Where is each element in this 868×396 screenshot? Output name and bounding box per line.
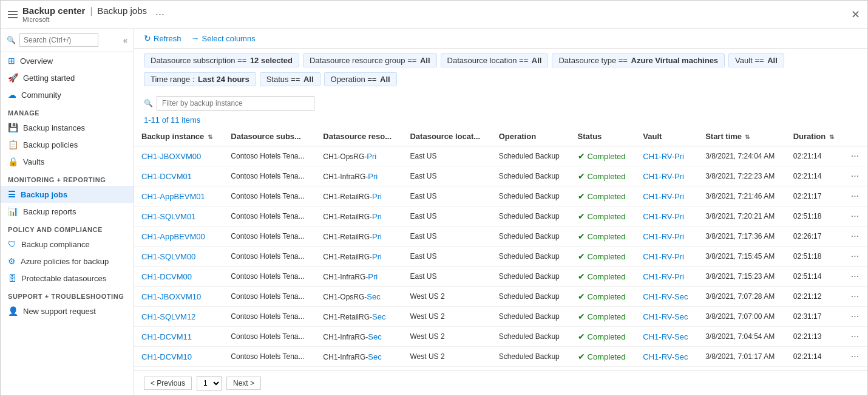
backup-instance-link[interactable]: CH1-SQLVM01 xyxy=(141,212,195,221)
backup-instance-link[interactable]: CH1-DCVM00 xyxy=(141,272,192,281)
refresh-label: Refresh xyxy=(154,34,181,43)
sidebar-item-new-support-request[interactable]: 👤 New support request xyxy=(1,302,134,319)
collapse-sidebar-button[interactable]: « xyxy=(123,36,127,45)
datasource-subs-cell: Contoso Hotels Tena... xyxy=(223,227,316,247)
sidebar-item-community[interactable]: ☁ Community xyxy=(1,86,134,103)
hamburger-menu[interactable] xyxy=(8,11,18,18)
datasource-reso-cell: CH1-RetailRG-Sec xyxy=(316,307,402,327)
row-actions-cell[interactable]: ··· xyxy=(844,146,867,166)
backup-instance-link[interactable]: CH1-AppBEVM01 xyxy=(141,192,205,201)
datasource-locat-cell: East US xyxy=(402,146,491,166)
monitoring-section-label: Monitoring + reporting xyxy=(1,170,134,186)
vault-link[interactable]: CH1-RV-Sec xyxy=(643,332,688,341)
col-duration[interactable]: Duration ⇅ xyxy=(786,127,844,146)
row-actions-cell[interactable]: ··· xyxy=(844,287,867,307)
sidebar-item-backup-instances[interactable]: 💾 Backup instances xyxy=(1,119,134,136)
datasource-subs-cell: Contoso Hotels Tena... xyxy=(223,247,316,267)
next-button[interactable]: Next > xyxy=(226,377,261,390)
backup-instance-link[interactable]: CH1-DCVM11 xyxy=(141,332,192,341)
search-icon: 🔍 xyxy=(7,36,16,44)
previous-button[interactable]: < Previous xyxy=(144,377,192,390)
filter-chip-datasource-resource-group[interactable]: Datasource resource group == All xyxy=(303,53,437,67)
datasource-subs-cell: Contoso Hotels Tena... xyxy=(223,307,316,327)
table-row: CH1-JBOXVM00Contoso Hotels Tena...CH1-Op… xyxy=(134,146,867,166)
sidebar-item-backup-compliance[interactable]: 🛡 Backup compliance xyxy=(1,236,134,253)
backup-instance-link[interactable]: CH1-DCVM10 xyxy=(141,352,192,361)
search-input[interactable] xyxy=(19,33,98,47)
backup-instance-filter-input[interactable] xyxy=(157,96,314,111)
vaults-icon: 🔒 xyxy=(8,157,18,166)
sidebar-item-azure-policies[interactable]: ⚙ Azure policies for backup xyxy=(1,253,134,270)
sidebar-item-overview[interactable]: ⊞ Overview xyxy=(1,52,134,69)
backup-instance-link[interactable]: CH1-JBOXVM10 xyxy=(141,292,201,301)
row-actions-cell[interactable]: ··· xyxy=(844,307,867,327)
vault-link[interactable]: CH1-RV-Pri xyxy=(643,252,684,261)
vault-link[interactable]: CH1-RV-Pri xyxy=(643,192,684,201)
page-title: Backup jobs xyxy=(97,5,147,16)
backup-instance-link[interactable]: CH1-DCVM01 xyxy=(141,172,192,181)
vault-link[interactable]: CH1-RV-Pri xyxy=(643,212,684,221)
backup-instance-link[interactable]: CH1-AppBEVM00 xyxy=(141,232,205,241)
col-start-time[interactable]: Start time ⇅ xyxy=(698,127,786,146)
sidebar-item-backup-reports[interactable]: 📊 Backup reports xyxy=(1,203,134,220)
backup-instance-link[interactable]: CH1-JBOXVM00 xyxy=(141,152,201,161)
row-actions-cell[interactable]: ··· xyxy=(844,227,867,247)
vault-link[interactable]: CH1-RV-Pri xyxy=(643,152,684,161)
sidebar-item-vaults[interactable]: 🔒 Vaults xyxy=(1,153,134,170)
vault-link[interactable]: CH1-RV-Pri xyxy=(643,272,684,281)
title-bar: Backup center | Backup jobs Microsoft ··… xyxy=(1,1,867,29)
vault-link[interactable]: CH1-RV-Sec xyxy=(643,292,688,301)
status-text: Completed xyxy=(588,192,626,201)
filters-row-2: Time range : Last 24 hours Status == All… xyxy=(134,72,867,91)
filter-chip-datasource-location[interactable]: Datasource location == All xyxy=(441,53,549,67)
row-actions-cell[interactable]: ··· xyxy=(844,207,867,227)
vault-cell: CH1-RV-Sec xyxy=(636,307,698,327)
filter-chip-datasource-type[interactable]: Datasource type == Azure Virtual machine… xyxy=(552,53,725,67)
backup-instance-link[interactable]: CH1-SQLVM00 xyxy=(141,252,195,261)
vault-link[interactable]: CH1-RV-Sec xyxy=(643,312,688,321)
datasource-reso-cell: CH1-OpsRG-Sec xyxy=(316,287,402,307)
filter-chip-operation[interactable]: Operation == All xyxy=(324,72,397,86)
duration-cell: 02:31:17 xyxy=(786,307,844,327)
row-actions-cell[interactable]: ··· xyxy=(844,166,867,186)
col-backup-instance[interactable]: Backup instance ⇅ xyxy=(134,127,223,146)
datasource-subs-cell: Contoso Hotels Tena... xyxy=(223,186,316,207)
table-header-row: Backup instance ⇅ Datasource subs... Dat… xyxy=(134,127,867,146)
row-actions-cell[interactable]: ··· xyxy=(844,267,867,287)
refresh-button[interactable]: ↻ Refresh xyxy=(144,33,181,43)
datasource-subs-cell: Contoso Hotels Tena... xyxy=(223,146,316,166)
close-icon[interactable]: ✕ xyxy=(851,8,860,21)
filter-chip-vault[interactable]: Vault == All xyxy=(728,53,784,67)
sidebar-item-getting-started[interactable]: 🚀 Getting started xyxy=(1,69,134,86)
sidebar: 🔍 « ⊞ Overview 🚀 Getting started ☁ Commu… xyxy=(1,29,134,395)
row-actions-cell[interactable]: ··· xyxy=(844,347,867,367)
row-actions-cell[interactable]: ··· xyxy=(844,327,867,347)
table-row: CH1-SQLVM00Contoso Hotels Tena...CH1-Ret… xyxy=(134,247,867,267)
status-text: Completed xyxy=(588,292,626,301)
vault-link[interactable]: CH1-RV-Sec xyxy=(643,352,688,361)
vault-cell: CH1-RV-Sec xyxy=(636,327,698,347)
sort-icon-duration: ⇅ xyxy=(829,134,834,140)
row-actions-cell[interactable]: ··· xyxy=(844,186,867,207)
datasource-reso-cell: CH1-InfraRG-Sec xyxy=(316,347,402,367)
sidebar-item-backup-policies[interactable]: 📋 Backup policies xyxy=(1,136,134,153)
datasource-subs-cell: Contoso Hotels Tena... xyxy=(223,347,316,367)
filter-chip-time-range[interactable]: Time range : Last 24 hours xyxy=(144,72,256,86)
row-actions-cell[interactable]: ··· xyxy=(844,247,867,267)
search-box-container: 🔍 « xyxy=(1,29,134,52)
datasource-locat-cell: West US 2 xyxy=(402,327,491,347)
dots-menu-icon[interactable]: ··· xyxy=(155,8,164,21)
datasource-reso-cell: CH1-RetailRG-Pri xyxy=(316,247,402,267)
vault-link[interactable]: CH1-RV-Pri xyxy=(643,232,684,241)
filter-chip-status[interactable]: Status == All xyxy=(260,72,320,86)
vault-link[interactable]: CH1-RV-Pri xyxy=(643,172,684,181)
sidebar-item-backup-jobs[interactable]: ☰ Backup jobs xyxy=(1,186,134,203)
page-select[interactable]: 1 xyxy=(197,376,222,391)
sidebar-item-protectable-datasources[interactable]: 🗄 Protectable datasources xyxy=(1,270,134,287)
filter-chip-datasource-subscription[interactable]: Datasource subscription == 12 selected xyxy=(144,53,299,67)
backup-instance-link[interactable]: CH1-SQLVM12 xyxy=(141,312,195,321)
community-icon: ☁ xyxy=(8,90,16,100)
select-columns-button[interactable]: → Select columns xyxy=(191,33,256,43)
start-time-cell: 3/8/2021, 7:01:17 AM xyxy=(698,347,786,367)
vault-cell: CH1-RV-Pri xyxy=(636,247,698,267)
